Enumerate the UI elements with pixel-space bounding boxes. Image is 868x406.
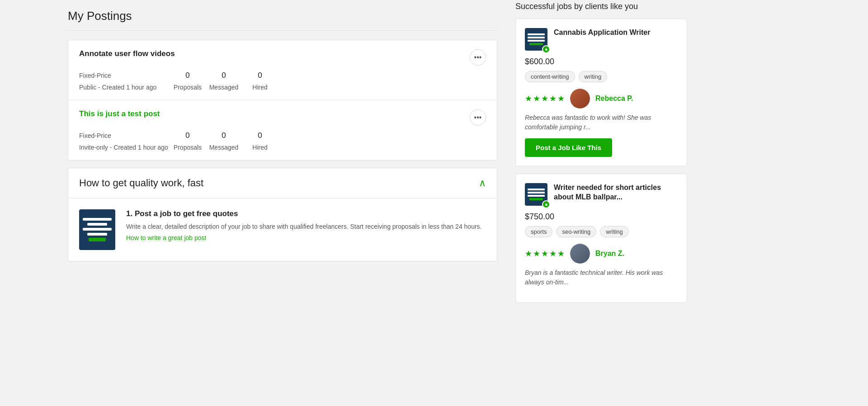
reviewer-quote-1: Rebecca was fantastic to work with! She … (525, 113, 678, 132)
messaged-label-1: Messaged (206, 84, 242, 91)
reviewer-quote-2: Bryan is a fantastic technical writer. H… (525, 268, 678, 287)
job-card-1-tags: content-writing writing (525, 71, 678, 82)
proposals-count-2: 0 (185, 131, 189, 140)
job-card-2-icon: ★ (525, 183, 547, 206)
ellipsis-icon-2: ••• (474, 113, 482, 122)
avatar-img-1 (570, 89, 590, 109)
stat-hired-1: 0 (242, 71, 278, 80)
star-2-2: ★ (533, 249, 540, 259)
icon-line-4 (87, 233, 108, 236)
job-card-2: ★ Writer needed for short articles about… (515, 174, 687, 303)
messaged-label-text-1: Messaged (209, 84, 239, 91)
jil-1-1 (528, 33, 545, 35)
job-card-2-title: Writer needed for short articles about M… (554, 183, 678, 202)
reviewer-row-1: ★ ★ ★ ★ ★ Rebecca P. (525, 89, 678, 109)
reviewer-avatar-2 (570, 244, 590, 264)
proposals-label-2: Proposals (170, 144, 206, 151)
stat-hired-2: 0 (242, 131, 278, 140)
tag-writing-2[interactable]: writing (600, 226, 629, 237)
messaged-label-text-2: Messaged (209, 144, 239, 151)
job-card-1: ★ Cannabis Application Writer $600.00 co… (515, 19, 687, 166)
left-sidebar (0, 0, 59, 406)
tag-seo-writing[interactable]: seo-writing (556, 226, 596, 237)
job-card-1-price: $600.00 (525, 57, 678, 66)
job-card-2-header: ★ Writer needed for short articles about… (525, 183, 678, 206)
star-1-1: ★ (525, 94, 532, 104)
icon-line-1 (83, 218, 112, 221)
posting-title-link-2[interactable]: This is just a test post (79, 109, 160, 118)
reviewer-avatar-1 (570, 89, 590, 109)
avatar-img-2 (570, 244, 590, 264)
how-to-body: 1. Post a job to get free quotes Write a… (68, 198, 497, 261)
jil-2-1 (528, 189, 545, 190)
stat-proposals-2: 0 (170, 131, 206, 140)
star-2-5: ★ (557, 249, 565, 259)
right-sidebar: Successful jobs by clients like you ★ Ca… (506, 0, 696, 406)
reviewer-row-2: ★ ★ ★ ★ ★ Bryan Z. (525, 244, 678, 264)
star-2-4: ★ (549, 249, 557, 259)
reviewer-name-2: Bryan Z. (595, 250, 624, 258)
posting-title-1: Annotate user flow videos (79, 49, 175, 58)
job-card-1-header: ★ Cannabis Application Writer (525, 28, 678, 51)
tag-content-writing[interactable]: content-writing (525, 71, 575, 82)
stat-messaged-1: 0 (206, 71, 242, 80)
jil-1-green (529, 43, 543, 45)
star-1-4: ★ (549, 94, 557, 104)
tag-sports[interactable]: sports (525, 226, 552, 237)
posting-more-btn-1[interactable]: ••• (470, 49, 486, 66)
proposals-label-text-1: Proposals (174, 84, 202, 91)
posting-type-1: Fixed-Price (79, 72, 170, 79)
icon-line-green (89, 238, 106, 241)
stats-cols-1: 0 0 0 (170, 71, 486, 80)
job-card-2-price: $750.00 (525, 212, 678, 222)
job-post-illustration (79, 209, 115, 250)
proposals-label-text-2: Proposals (174, 144, 202, 151)
page-title: My Postings (68, 9, 497, 31)
jil-2-2 (528, 192, 545, 194)
icon-line-2 (87, 223, 108, 226)
posting-created-1: Public - Created 1 hour ago (79, 84, 170, 91)
badge-star-1: ★ (542, 45, 550, 53)
post-job-btn-1[interactable]: Post a Job Like This (525, 138, 612, 157)
stat-messaged-2: 0 (206, 131, 242, 140)
posting-row-bottom-2: Invite-only - Created 1 hour ago Proposa… (79, 144, 486, 151)
proposals-count-1: 0 (185, 71, 189, 80)
icon-line-3 (83, 228, 112, 231)
how-to-header: How to get quality work, fast ∧ (68, 168, 497, 198)
step-1-link[interactable]: How to write a great job post (126, 234, 482, 241)
posting-more-btn-2[interactable]: ••• (470, 109, 486, 126)
job-card-1-title: Cannabis Application Writer (554, 28, 650, 38)
stat-proposals-1: 0 (170, 71, 206, 80)
posting-type-2: Fixed-Price (79, 132, 170, 139)
messaged-count-1: 0 (222, 71, 226, 80)
stars-row-1: ★ ★ ★ ★ ★ (525, 94, 565, 104)
jil-1-3 (528, 40, 545, 42)
jil-1-2 (528, 37, 545, 38)
star-2-3: ★ (541, 249, 548, 259)
posting-header-1: Annotate user flow videos ••• (79, 49, 486, 66)
badge-star-2: ★ (542, 200, 550, 208)
tag-writing-1[interactable]: writing (579, 71, 608, 82)
posting-meta-1: Fixed-Price 0 0 0 (79, 71, 486, 80)
how-to-card: How to get quality work, fast ∧ 1. Post … (68, 168, 497, 261)
job-card-1-icon: ★ (525, 28, 547, 51)
step-1-title: 1. Post a job to get free quotes (126, 209, 482, 218)
reviewer-name-1: Rebecca P. (595, 94, 633, 103)
main-content: My Postings Annotate user flow videos ••… (59, 0, 506, 406)
jil-2-green (529, 198, 543, 200)
postings-container: Annotate user flow videos ••• Fixed-Pric… (68, 40, 497, 161)
how-to-title: How to get quality work, fast (79, 177, 203, 189)
hired-label-1: Hired (242, 84, 278, 91)
star-2-1: ★ (525, 249, 532, 259)
posting-meta-2: Fixed-Price 0 0 0 (79, 131, 486, 140)
posting-created-2: Invite-only - Created 1 hour ago (79, 144, 170, 151)
hired-count-1: 0 (258, 71, 262, 80)
ellipsis-icon-1: ••• (474, 53, 482, 61)
posting-row-bottom-1: Public - Created 1 hour ago Proposals Me… (79, 84, 486, 91)
posting-row-2: This is just a test post ••• Fixed-Price… (68, 100, 497, 160)
messaged-count-2: 0 (222, 131, 226, 140)
proposals-label-1: Proposals (170, 84, 206, 91)
messaged-label-2: Messaged (206, 144, 242, 151)
chevron-up-icon[interactable]: ∧ (479, 177, 486, 189)
sidebar-title: Successful jobs by clients like you (515, 0, 687, 11)
